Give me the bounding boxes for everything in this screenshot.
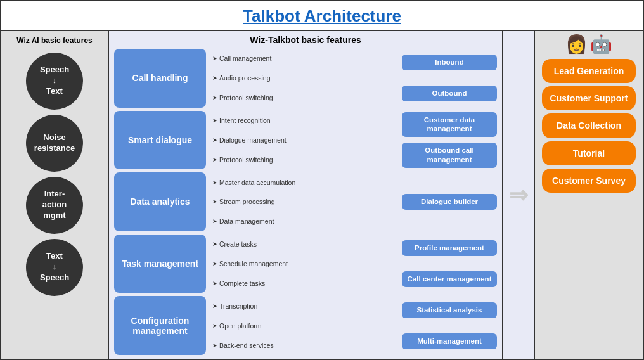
bullet-item: Stream processing bbox=[212, 198, 396, 205]
feature-row-4: Configuration managementTranscriptionOpe… bbox=[114, 296, 497, 355]
bullet-item: Back-end services bbox=[212, 342, 396, 349]
right-boxes-3: Profile managementCall center management bbox=[402, 235, 497, 293]
module-box: Customer data management bbox=[402, 112, 497, 138]
module-box: Multi-management bbox=[402, 333, 497, 349]
ai-features-list: Speech↓TextNoiseresistanceInter-actionmg… bbox=[26, 53, 83, 296]
feature-label-3: Task management bbox=[114, 235, 206, 293]
bullet-item: Dialogue management bbox=[212, 136, 396, 144]
use-case-box-0: Lead Generation bbox=[542, 59, 636, 83]
left-col-title: Wiz AI basic features bbox=[16, 36, 92, 46]
bullet-item: Complete tasks bbox=[212, 280, 396, 287]
robot-icon: 🤖 bbox=[590, 34, 612, 55]
feature-label-2: Data analytics bbox=[114, 172, 206, 231]
bullet-item: Intent recognition bbox=[212, 117, 396, 124]
title-bar: Talkbot Architecture bbox=[1, 1, 643, 31]
main-page: Talkbot Architecture Wiz AI basic featur… bbox=[0, 0, 644, 360]
feature-row-3: Task managementCreate tasksSchedule mana… bbox=[114, 235, 497, 293]
feature-bullets-0: Call managementAudio processingProtocol … bbox=[210, 49, 398, 108]
right-arrow-icon: ⇒ bbox=[509, 182, 528, 209]
module-box: Inbound bbox=[402, 55, 497, 70]
right-boxes-0: InboundOutbound bbox=[402, 49, 497, 108]
bullet-item: Data management bbox=[212, 217, 396, 225]
use-case-box-4: Customer Survey bbox=[542, 169, 636, 193]
bullet-item: Protocol switching bbox=[212, 156, 396, 164]
feature-bullets-4: TranscriptionOpen platformBack-end servi… bbox=[210, 296, 398, 355]
bullet-item: Audio processing bbox=[212, 74, 396, 82]
module-box: Call center management bbox=[402, 271, 497, 287]
ai-feature-circle-noise-resistance: Noiseresistance bbox=[26, 115, 83, 172]
middle-column: Wiz-Talkbot basic features Call handling… bbox=[109, 31, 503, 359]
ai-feature-circle-text-speech: Text↓Speech bbox=[26, 239, 83, 296]
feature-row-1: Smart dialogueIntent recognitionDialogue… bbox=[114, 111, 497, 170]
feature-bullets-2: Master data accumulationStream processin… bbox=[210, 172, 398, 231]
right-column: 👩 🤖 Lead GenerationCustomer SupportData … bbox=[535, 31, 643, 359]
person-icon: 👩 bbox=[565, 34, 588, 55]
left-column: Wiz AI basic features Speech↓TextNoisere… bbox=[1, 31, 109, 359]
bullet-item: Protocol switching bbox=[212, 94, 396, 101]
middle-col-title: Wiz-Talkbot basic features bbox=[114, 35, 497, 45]
use-cases-list: Lead GenerationCustomer SupportData Coll… bbox=[542, 59, 636, 193]
bullet-item: Call management bbox=[212, 55, 396, 62]
module-box: Statistical analysis bbox=[402, 302, 497, 318]
right-boxes-4: Statistical analysisMulti-management bbox=[402, 296, 497, 355]
feature-row-0: Call handlingCall managementAudio proces… bbox=[114, 49, 497, 108]
module-box: Profile management bbox=[402, 240, 497, 256]
arrow-col: ⇒ bbox=[503, 31, 535, 359]
feature-label-1: Smart dialogue bbox=[114, 111, 206, 170]
bullet-item: Open platform bbox=[212, 322, 396, 330]
bullet-item: Transcription bbox=[212, 302, 396, 310]
content-area: Wiz AI basic features Speech↓TextNoisere… bbox=[1, 31, 643, 359]
use-case-box-3: Tutorial bbox=[542, 141, 636, 165]
use-case-box-1: Customer Support bbox=[542, 86, 636, 110]
module-box: Dialogue builder bbox=[402, 194, 497, 210]
robot-icons: 👩 🤖 bbox=[565, 34, 612, 55]
bullet-item: Schedule management bbox=[212, 260, 396, 267]
right-boxes-1: Customer data managementOutbound call ma… bbox=[402, 111, 497, 170]
ai-feature-circle-speech-text: Speech↓Text bbox=[26, 53, 83, 110]
module-box: Outbound call management bbox=[402, 143, 497, 168]
bullet-item: Create tasks bbox=[212, 240, 396, 248]
feature-label-4: Configuration management bbox=[114, 296, 206, 355]
feature-bullets-1: Intent recognitionDialogue managementPro… bbox=[210, 111, 398, 170]
bullet-item: Master data accumulation bbox=[212, 179, 396, 186]
ai-feature-circle-interaction-mgmt: Inter-actionmgmt bbox=[26, 177, 83, 234]
features-grid: Call handlingCall managementAudio proces… bbox=[114, 49, 497, 355]
module-box: Outbound bbox=[402, 86, 497, 101]
feature-row-2: Data analyticsMaster data accumulationSt… bbox=[114, 172, 497, 231]
feature-label-0: Call handling bbox=[114, 49, 206, 108]
right-boxes-2: Dialogue builder bbox=[402, 172, 497, 231]
feature-bullets-3: Create tasksSchedule managementComplete … bbox=[210, 235, 398, 293]
page-title: Talkbot Architecture bbox=[1, 6, 643, 26]
use-case-box-2: Data Collection bbox=[542, 113, 636, 138]
